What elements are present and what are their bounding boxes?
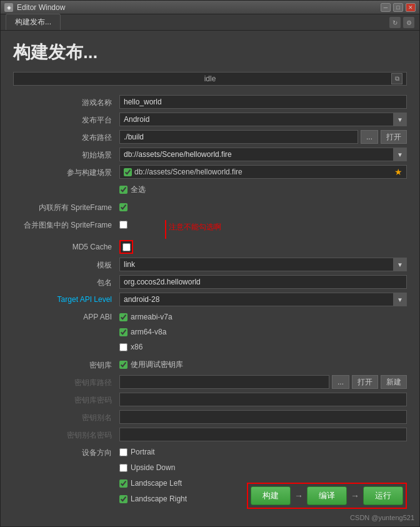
keystore-path-new-button[interactable]: 新建 [381,375,407,389]
publish-path-dots-button[interactable]: ... [361,130,378,144]
keystore-use-debug-text: 使用调试密钥库 [131,359,183,370]
package-label: 包名 [13,275,119,288]
abi-armeabi-checkbox[interactable] [119,313,128,321]
keystore-path-label: 密钥库路径 [13,375,119,388]
orientation-upsidedown-label[interactable]: Upside Down [119,461,407,474]
keystore-alias-pwd-row: 密钥别名密码 [13,426,407,443]
title-bar: ◈ Editor Window ─ □ ✕ [1,1,419,14]
merge-sprite-checkbox[interactable] [119,221,128,229]
keystore-alias-pwd-input[interactable] [119,428,407,441]
orientation-landscape-left-checkbox[interactable] [119,479,128,488]
merge-annotation-wrapper: 注意不能勾选啊 [119,218,407,236]
minimize-button[interactable]: ─ [381,3,391,12]
initial-scene-select[interactable]: db://assets/Scene/helloworld.fire [119,148,407,161]
app-abi-label: APP ABI [13,310,119,321]
keystore-label: 密钥库 [13,358,119,371]
package-input[interactable] [119,275,407,289]
template-select-wrapper: link ▼ [119,258,407,271]
select-all-checkbox-label[interactable]: 全选 [119,183,407,196]
platform-select[interactable]: Android [119,113,407,126]
orientation-landscape-right-checkbox[interactable] [119,495,128,503]
status-text: idle [204,74,216,83]
abi-x86-label[interactable]: x86 [119,340,407,354]
abi-armeabi-text: armeabi-v7a [131,313,172,321]
keystore-alias-input[interactable] [119,410,407,424]
target-api-select[interactable]: android-28 [119,293,407,306]
md5-cache-box [119,240,133,254]
target-api-select-wrapper: android-28 ▼ [119,293,407,306]
keystore-row: 密钥库 使用调试密钥库 [13,356,407,373]
target-api-label: Target API Level [13,293,119,304]
inline-sprite-label: 内联所有 SpriteFrame [13,200,119,213]
game-name-row: 游戏名称 [13,93,407,111]
settings-icon[interactable]: ⚙ [403,17,414,28]
participate-scene-checkbox[interactable] [124,168,132,176]
orientation-landscape-right-text: Landscape Right [131,494,187,503]
publish-path-row: 发布路径 ... 打开 [13,128,407,146]
inline-sprite-checkbox-label[interactable] [119,200,407,214]
maximize-button[interactable]: □ [393,3,403,12]
abi-x86-checkbox[interactable] [119,343,128,351]
keystore-use-debug-label[interactable]: 使用调试密钥库 [119,358,407,371]
publish-path-label: 发布路径 [13,130,119,143]
form-scroll-area: 游戏名称 发布平台 Android ▼ [13,93,407,506]
keystore-path-input[interactable] [119,375,329,389]
refresh-icon[interactable]: ↻ [389,17,401,28]
initial-scene-label: 初始场景 [13,148,119,161]
keystore-alias-pwd-label: 密钥别名密码 [13,428,119,441]
package-row: 包名 [13,273,407,291]
target-api-row: Target API Level android-28 ▼ [13,291,407,308]
tab-bar: 构建发布... ↻ ⚙ [1,14,419,31]
abi-armeabi-label[interactable]: armeabi-v7a [119,310,407,324]
publish-path-open-button[interactable]: 打开 [381,130,407,144]
platform-label: 发布平台 [13,113,119,126]
keystore-path-open-button[interactable]: 打开 [352,375,378,389]
select-all-text: 全选 [131,184,146,195]
template-select[interactable]: link [119,258,407,271]
keystore-path-row: 密钥库路径 ... 打开 新建 [13,373,407,391]
status-copy-icon[interactable]: ⧉ [391,73,402,84]
app-abi-row: APP ABI armeabi-v7a arm64-v8a [13,308,407,356]
keystore-use-debug-checkbox[interactable] [119,361,128,369]
watermark: CSDN @yunteng521 [350,514,414,521]
tab-build[interactable]: 构建发布... [6,14,61,30]
arrow-icon-1: → [294,491,303,501]
keystore-pwd-row: 密钥库密码 [13,391,407,408]
abi-arm64-text: arm64-v8a [131,328,166,336]
merge-sprite-checkbox-label[interactable] [119,218,128,231]
keystore-pwd-label: 密钥库密码 [13,393,119,406]
build-button[interactable]: 构建 [251,486,291,505]
page-title: 构建发布... [13,41,407,64]
merge-sprite-label: 合并图集中的 SpriteFrame [13,218,119,231]
orientation-portrait-text: Portrait [131,448,155,456]
abi-arm64-checkbox[interactable] [119,328,128,336]
md5-cache-row: MD5 Cache [13,238,407,256]
game-name-input[interactable] [119,95,407,109]
abi-arm64-label[interactable]: arm64-v8a [119,325,407,339]
participate-scene-text: db://assets/Scene/helloworld.fire [134,168,242,176]
orientation-portrait-checkbox[interactable] [119,448,128,456]
select-all-spacer [13,183,119,185]
close-button[interactable]: ✕ [406,3,416,12]
run-button[interactable]: 运行 [363,486,403,505]
template-label: 模板 [13,258,119,271]
keystore-pwd-input[interactable] [119,393,407,406]
abi-x86-text: x86 [131,343,142,351]
platform-row: 发布平台 Android ▼ [13,111,407,128]
compile-button[interactable]: 编译 [307,486,347,505]
orientation-upsidedown-checkbox[interactable] [119,464,128,472]
keystore-path-dots-button[interactable]: ... [332,375,349,389]
keystore-alias-label: 密钥别名 [13,410,119,423]
app-icon: ◈ [4,3,13,12]
star-icon[interactable]: ★ [394,167,402,177]
action-buttons-group: 构建 → 编译 → 运行 [247,483,407,509]
publish-path-input[interactable] [119,130,358,144]
form-section: 游戏名称 发布平台 Android ▼ [13,93,407,506]
md5-cache-checkbox[interactable] [122,243,131,251]
template-row: 模板 link ▼ [13,256,407,273]
initial-scene-row: 初始场景 db://assets/Scene/helloworld.fire ▼ [13,146,407,163]
inline-sprite-checkbox[interactable] [119,203,128,211]
device-dir-label: 设备方向 [13,445,119,458]
orientation-portrait-label[interactable]: Portrait [119,445,407,459]
select-all-checkbox[interactable] [119,186,128,194]
